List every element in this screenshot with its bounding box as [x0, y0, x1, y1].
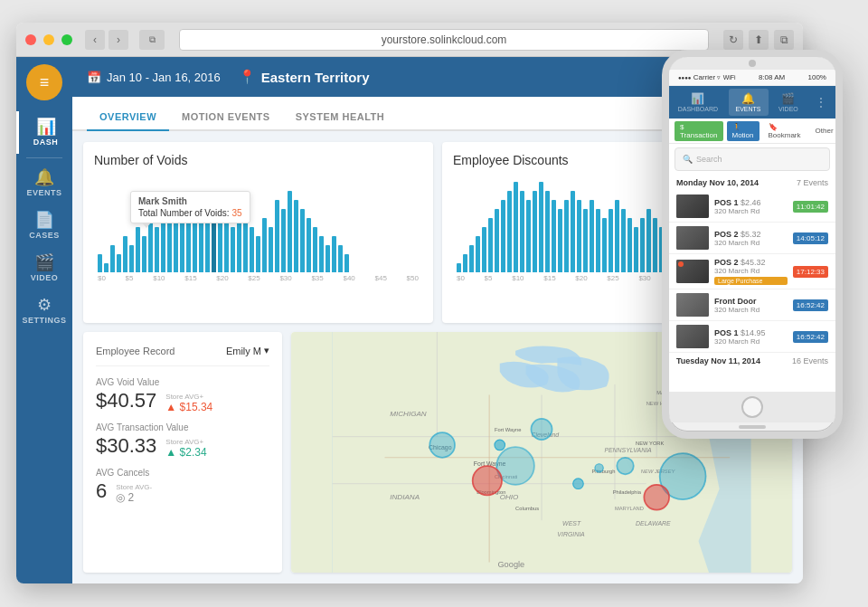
browser-tab-button[interactable]: ⧉	[139, 30, 165, 50]
phone-nav-more[interactable]: ⋮	[808, 92, 834, 112]
header-date: 📅 Jan 10 - Jan 16, 2016	[87, 71, 221, 84]
event-item-3[interactable]: POS 2 $45.32 320 March Rd Large Purchase…	[669, 254, 835, 289]
event-time-5: 16:52:42	[793, 331, 828, 343]
avg-transaction-value: $30.33	[96, 434, 156, 458]
stats-employee-row: Employee Record Emily M ▾	[96, 345, 269, 366]
svg-text:PENNSYLVANIA: PENNSYLVANIA	[604, 447, 652, 453]
svg-point-40	[595, 464, 603, 472]
phone-search-bar[interactable]: 🔍 Search	[675, 147, 830, 171]
void-bar-5	[129, 245, 134, 272]
void-bar-39	[344, 254, 349, 272]
browser-url-bar[interactable]: yourstore.solinkcloud.com	[179, 29, 709, 51]
discount-bar-16	[558, 209, 562, 272]
browser-maximize-dot[interactable]	[61, 34, 72, 45]
event-item-1[interactable]: POS 1 $2.46 320 March Rd 11:01:42	[669, 191, 835, 223]
sidebar-label-dash: DASH	[33, 138, 59, 147]
tooltip-label: Total Number of Voids:	[138, 208, 230, 218]
tab-system-health[interactable]: SYSTEM HEALTH	[283, 104, 398, 131]
battery-display: 100%	[808, 73, 826, 81]
sidebar-item-settings[interactable]: ⚙ SETTINGS	[16, 289, 72, 332]
event-time-2: 14:05:12	[793, 232, 828, 244]
filter-motion[interactable]: 🚶 Motion	[727, 121, 760, 141]
discount-bar-29	[640, 218, 645, 272]
discount-bar-27	[627, 218, 632, 272]
sidebar-item-dash[interactable]: 📊 DASH	[16, 111, 72, 154]
browser-refresh-button[interactable]: ↻	[723, 30, 743, 50]
svg-text:VIRGINIA: VIRGINIA	[557, 531, 585, 537]
date2-events: 16 Events	[792, 356, 828, 365]
phone-nav-events[interactable]: 🔔 EVENTS	[729, 89, 769, 116]
phone-notch	[669, 57, 835, 70]
void-bar-3	[117, 254, 121, 272]
event-pos-3: POS 2 $45.32	[714, 258, 788, 267]
sidebar-item-video[interactable]: 🎬 VIDEO	[16, 247, 72, 289]
filter-other[interactable]: Other	[810, 125, 835, 137]
phone-video-label: VIDEO	[778, 106, 798, 112]
sidebar-item-events[interactable]: 🔔 EVENTS	[16, 162, 72, 204]
filter-bookmark[interactable]: 🔖 Bookmark	[763, 121, 807, 141]
store-avg-void: Store AVG+ ▲ $15.34	[165, 393, 212, 413]
phone-date-header-1: Monday Nov 10, 2014 7 Events	[669, 175, 835, 191]
browser-close-dot[interactable]	[25, 34, 36, 45]
voids-chart-area: Mark Smith Total Number of Voids: 35 $0$…	[94, 173, 422, 290]
svg-text:Fort Wayne: Fort Wayne	[495, 427, 522, 432]
void-bar-6	[136, 227, 140, 272]
discount-bar-9	[514, 182, 518, 272]
void-bar-36	[326, 245, 330, 272]
browser-newtab-button[interactable]: ⧉	[774, 30, 794, 50]
tab-overview[interactable]: OVERVIEW	[87, 104, 169, 131]
event-item-5[interactable]: POS 1 $14.95 320 March Rd 16:52:42	[669, 321, 835, 353]
void-bar-1	[104, 263, 108, 272]
void-bar-25	[256, 236, 260, 272]
avg-cancels-value: 6	[96, 479, 107, 503]
calendar-icon: 📅	[87, 71, 101, 84]
avg-void-row: $40.57 Store AVG+ ▲ $15.34	[96, 389, 269, 413]
phone-nav-video[interactable]: 🎬 VIDEO	[771, 89, 806, 116]
void-bar-30	[288, 191, 292, 272]
filter-transaction[interactable]: $ Transaction	[675, 121, 723, 141]
employee-select[interactable]: Emily M ▾	[226, 345, 269, 356]
discount-bar-2	[469, 245, 474, 272]
event-item-2[interactable]: POS 2 $5.32 320 March Rd 14:05:12	[669, 223, 835, 254]
event-time-1: 11:01:42	[793, 201, 828, 213]
void-bar-0	[98, 254, 102, 272]
tooltip-count: 35	[231, 208, 241, 218]
discount-bar-26	[621, 209, 626, 272]
settings-icon: ⚙	[37, 297, 52, 313]
store-avg-transaction-label: Store AVG+	[165, 438, 203, 446]
event-item-4[interactable]: Front Door 320 March Rd 16:52:42	[669, 289, 835, 321]
discount-bar-21	[590, 200, 594, 272]
tab-motion-events[interactable]: MOTION EVENTS	[169, 104, 283, 131]
svg-point-37	[644, 485, 669, 510]
search-placeholder: Search	[696, 155, 722, 164]
event-pos-1: POS 1 $2.46	[714, 198, 788, 207]
filter-button[interactable]: ≡	[26, 64, 62, 100]
event-info-5: POS 1 $14.95 320 March Rd	[714, 328, 788, 346]
browser-share-button[interactable]: ⬆	[749, 30, 769, 50]
event-addr-5: 320 March Rd	[714, 337, 788, 346]
phone-home-button[interactable]	[669, 392, 835, 422]
event-pos-4: Front Door	[714, 297, 788, 306]
browser-minimize-dot[interactable]	[43, 34, 54, 45]
sidebar-item-cases[interactable]: 📄 CASES	[16, 204, 72, 247]
browser-back-button[interactable]: ‹	[85, 30, 105, 50]
phone-nav-bar: 📊 DASHBOARD 🔔 EVENTS 🎬 VIDEO ⋮	[669, 86, 835, 119]
void-bar-9	[155, 227, 159, 272]
phone-nav-dashboard[interactable]: 📊 DASHBOARD	[671, 89, 725, 116]
phone-speaker	[669, 422, 835, 432]
avg-up-icon: ▲	[165, 401, 176, 413]
thumb-overlay-1	[676, 194, 709, 218]
discount-bar-12	[533, 191, 537, 272]
store-avg-transaction: Store AVG+ ▲ $2.34	[165, 438, 206, 459]
discount-bar-8	[507, 191, 512, 272]
svg-text:INDIANA: INDIANA	[390, 493, 420, 501]
event-thumb-2	[676, 226, 709, 250]
svg-text:MICHIGAN: MICHIGAN	[390, 410, 427, 418]
discount-bar-17	[564, 200, 569, 272]
discount-bar-19	[577, 200, 581, 272]
browser-forward-button[interactable]: ›	[108, 30, 128, 50]
tooltip-value-row: Total Number of Voids: 35	[138, 208, 242, 218]
thumb-red-dot-3	[678, 261, 684, 267]
void-bar-11	[167, 218, 172, 272]
discount-bar-23	[602, 218, 607, 272]
